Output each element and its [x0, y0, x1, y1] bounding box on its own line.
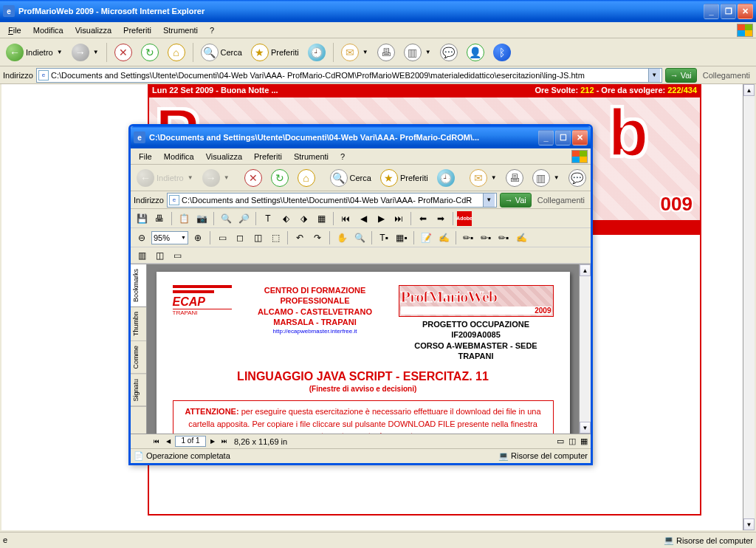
scroll-up-button[interactable]: ▲ — [580, 264, 591, 276]
child-close-button[interactable]: ✕ — [572, 130, 588, 145]
child-forward-button[interactable]: →▼ — [199, 167, 233, 189]
child-back-button[interactable]: ←Indietro▼ — [134, 167, 196, 189]
child-address-field[interactable]: e ▼ — [167, 193, 497, 208]
pdf-view-mode2-button[interactable]: ◫ — [151, 247, 168, 264]
ecap-url-link[interactable]: http://ecapwebmaster.interfree.it — [273, 328, 357, 335]
edit-button[interactable]: ▥▼ — [401, 41, 434, 64]
pdf-layout1-button[interactable]: ▭ — [557, 436, 564, 446]
child-print-button[interactable]: 🖶 — [503, 167, 526, 189]
pdf-zoom-field[interactable]: 95% ▼ — [151, 231, 188, 244]
pdf-next-page-button[interactable]: ▶ — [373, 210, 389, 227]
pdf-tab-thumbnails[interactable]: Thumbn — [131, 307, 146, 341]
pdf-first-page-button[interactable]: ⏮ — [337, 210, 354, 227]
messenger-button[interactable]: 👤 — [464, 41, 487, 64]
home-button[interactable]: ⌂ — [165, 41, 188, 64]
child-mail-button[interactable]: ✉▼ — [467, 167, 500, 189]
pdf-prev-page-button[interactable]: ◀ — [355, 210, 371, 227]
pdf-fit-width-button[interactable]: ◫ — [250, 230, 266, 246]
pdf-reflow-button[interactable]: ⬚ — [267, 230, 284, 246]
pdf-graphics-tool-button[interactable]: ▦▪ — [394, 230, 410, 246]
favorites-button[interactable]: ★Preferiti — [248, 41, 302, 64]
maximize-button[interactable]: ❐ — [721, 4, 736, 19]
bluetooth-button[interactable]: ᛒ — [490, 41, 514, 64]
go-button[interactable]: → Vai — [665, 68, 697, 83]
pdf-find-button[interactable]: 🔍 — [218, 210, 234, 227]
pdf-zoom-tool-button[interactable]: 🔍 — [351, 230, 368, 246]
pdf-view-mode3-button[interactable]: ▭ — [169, 247, 185, 264]
pdf-rotate-ccw-button[interactable]: ↶ — [292, 230, 308, 246]
child-search-button[interactable]: 🔍Cerca — [327, 167, 374, 189]
child-home-button[interactable]: ⌂ — [295, 167, 318, 189]
menu-help[interactable]: ? — [205, 24, 219, 36]
scroll-down-button[interactable]: ▼ — [743, 518, 755, 530]
child-menu-preferiti[interactable]: Preferiti — [249, 151, 287, 162]
pdf-prev-button[interactable]: ◀ — [163, 436, 173, 447]
child-menu-file[interactable]: File — [134, 151, 157, 162]
pdf-zoom-out-button[interactable]: ⊖ — [134, 230, 150, 246]
pdf-strikeout-button[interactable]: ✏▪ — [478, 230, 494, 246]
address-dropdown[interactable]: ▼ — [648, 69, 660, 82]
pdf-text-tool-button[interactable]: T▪ — [376, 230, 392, 246]
print-button[interactable]: 🖶 — [374, 41, 398, 64]
pdf-prev-view-button[interactable]: ⬖ — [278, 210, 294, 227]
pdf-back-view-button[interactable]: ⬅ — [415, 210, 431, 227]
address-input[interactable] — [51, 71, 648, 80]
child-menu-strumenti[interactable]: Strumenti — [289, 151, 334, 162]
pdf-layout2-button[interactable]: ◫ — [568, 436, 576, 446]
pdf-hand-tool-button[interactable]: ✋ — [334, 230, 350, 246]
menu-modifica[interactable]: Modifica — [28, 24, 69, 36]
pdf-zoom-in-button[interactable]: ⊕ — [190, 230, 206, 246]
pdf-tab-comments[interactable]: Comme — [131, 341, 146, 374]
child-menu-visualizza[interactable]: Visualizza — [201, 151, 247, 162]
minimize-button[interactable]: _ — [704, 4, 719, 19]
refresh-button[interactable]: ↻ — [138, 41, 162, 64]
mail-button[interactable]: ✉▼ — [338, 41, 371, 64]
menu-strumenti[interactable]: Strumenti — [158, 24, 203, 36]
pdf-save-button[interactable]: 💾 — [134, 210, 150, 227]
history-button[interactable]: 🕘 — [305, 41, 329, 64]
pdf-copy-button[interactable]: 📋 — [176, 210, 192, 227]
pdf-note-button[interactable]: 📝 — [418, 230, 434, 246]
pdf-sign2-button[interactable]: ✍ — [513, 230, 529, 246]
child-menu-help[interactable]: ? — [335, 151, 350, 162]
pdf-highlight-button[interactable]: ✏▪ — [460, 230, 476, 246]
child-refresh-button[interactable]: ↻ — [268, 167, 292, 189]
discuss-button[interactable]: 💬 — [437, 41, 461, 64]
child-history-button[interactable]: 🕘 — [434, 167, 458, 189]
child-address-input[interactable] — [182, 196, 483, 205]
close-button[interactable]: ✕ — [738, 4, 753, 19]
pdf-print-button[interactable]: 🖶 — [151, 210, 168, 227]
scroll-down-button[interactable]: ▼ — [580, 422, 591, 434]
child-go-button[interactable]: → Vai — [500, 193, 532, 208]
pdf-search-button[interactable]: 🔎 — [236, 210, 252, 227]
child-stop-button[interactable]: ✕ — [241, 167, 265, 189]
pdf-underline-button[interactable]: ✏▪ — [495, 230, 512, 246]
address-field[interactable]: e ▼ — [36, 68, 662, 83]
stop-button[interactable]: ✕ — [111, 41, 135, 64]
pdf-page-indicator[interactable]: 1 of 1 — [175, 436, 206, 447]
pdf-last-button[interactable]: ⏭ — [219, 436, 230, 447]
pdf-rotate-cw-button[interactable]: ↷ — [309, 230, 326, 246]
pdf-first-button[interactable]: ⏮ — [151, 436, 162, 447]
menu-preferiti[interactable]: Preferiti — [118, 24, 157, 36]
pdf-tab-bookmarks[interactable]: Bookmarks — [131, 264, 146, 307]
pdf-page-area[interactable]: ECAP TRAPANI CENTRO DI FORMAZIONE PROFES… — [147, 264, 579, 434]
pdf-sign-button[interactable]: ✍ — [436, 230, 452, 246]
child-edit-button[interactable]: ▥▼ — [529, 167, 563, 189]
pdf-actual-size-button[interactable]: ▭ — [214, 230, 230, 246]
scroll-up-button[interactable]: ▲ — [743, 84, 755, 96]
pdf-scrollbar[interactable]: ▲ ▼ — [579, 264, 591, 434]
back-button[interactable]: ←Indietro▼ — [3, 41, 66, 64]
child-favorites-button[interactable]: ★Preferiti — [377, 167, 431, 189]
child-menu-modifica[interactable]: Modifica — [159, 151, 199, 162]
menu-visualizza[interactable]: Visualizza — [70, 24, 117, 36]
main-scrollbar[interactable]: ▲ ▼ — [743, 84, 755, 530]
menu-file[interactable]: File — [3, 24, 27, 36]
child-discuss-button[interactable]: 💬 — [566, 167, 589, 189]
pdf-fit-page-button[interactable]: ◻ — [232, 230, 248, 246]
pdf-last-page-button[interactable]: ⏭ — [391, 210, 407, 227]
address-dropdown[interactable]: ▼ — [483, 193, 495, 207]
pdf-next-button[interactable]: ▶ — [207, 436, 218, 447]
pdf-tab-signatures[interactable]: Signatu — [131, 374, 146, 407]
search-button[interactable]: 🔍Cerca — [198, 41, 245, 64]
